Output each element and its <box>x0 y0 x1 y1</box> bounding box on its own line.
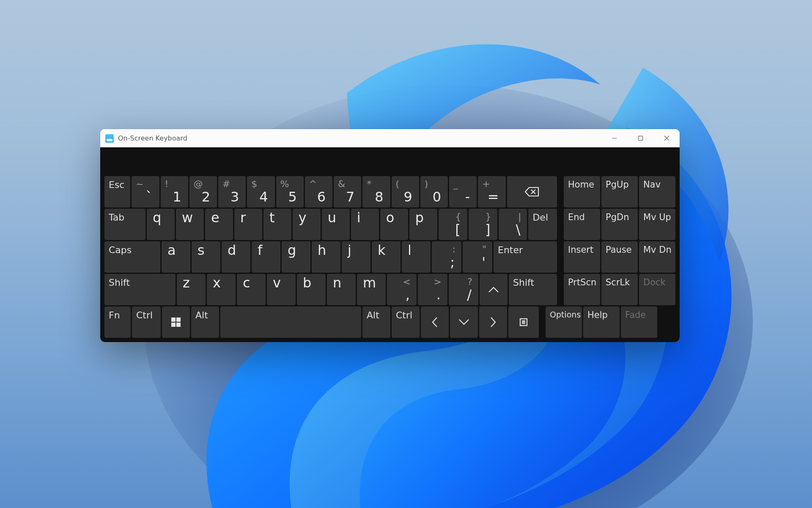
key-0[interactable]: )0 <box>420 176 448 207</box>
key-right-bracket[interactable]: }] <box>469 209 497 240</box>
key-mvup[interactable]: Mv Up <box>639 209 675 240</box>
key-insert[interactable]: Insert <box>564 241 600 273</box>
key-a[interactable]: a <box>162 241 190 273</box>
key-p[interactable]: p <box>409 209 437 240</box>
key-backslash[interactable]: |\ <box>499 209 527 240</box>
key-arrow-left[interactable] <box>421 306 449 338</box>
key-row-1: Esc ~` !1 @2 #3 $4 %5 ^6 &7 *8 (9 )0 _- … <box>104 176 675 207</box>
key-del[interactable]: Del <box>528 209 557 240</box>
key-arrow-up[interactable] <box>480 274 508 305</box>
key-semicolon[interactable]: :; <box>432 241 461 273</box>
key-5[interactable]: %5 <box>276 176 304 207</box>
key-3[interactable]: #3 <box>218 176 246 207</box>
key-f[interactable]: f <box>252 241 280 273</box>
key-n[interactable]: n <box>327 274 356 305</box>
key-6[interactable]: ^6 <box>305 176 332 207</box>
key-grave[interactable]: ~` <box>132 176 159 207</box>
svg-rect-2 <box>638 136 642 141</box>
key-home[interactable]: Home <box>564 176 600 207</box>
key-nav[interactable]: Nav <box>639 176 675 207</box>
key-help[interactable]: Help <box>583 306 620 338</box>
window-title: On-Screen Keyboard <box>118 134 601 142</box>
key-caps[interactable]: Caps <box>104 241 160 273</box>
key-fade[interactable]: Fade <box>621 306 657 338</box>
key-z[interactable]: z <box>177 274 206 305</box>
svg-rect-8 <box>176 318 181 322</box>
key-m[interactable]: m <box>357 274 386 305</box>
key-7[interactable]: &7 <box>334 176 361 207</box>
key-left-shift[interactable]: Shift <box>104 274 176 305</box>
key-equals[interactable]: += <box>478 176 505 207</box>
key-i[interactable]: i <box>351 209 379 240</box>
key-row-3: Caps a s d f g h j k l :; "' Enter Inser… <box>104 241 675 273</box>
key-2[interactable]: @2 <box>189 176 217 207</box>
minimize-button[interactable] <box>601 129 627 147</box>
key-c[interactable]: c <box>237 274 266 305</box>
key-v[interactable]: v <box>267 274 296 305</box>
key-backspace[interactable] <box>507 176 557 207</box>
key-minus[interactable]: _- <box>449 176 477 207</box>
key-dock[interactable]: Dock <box>639 274 675 305</box>
key-u[interactable]: u <box>322 209 350 240</box>
key-comma[interactable]: <, <box>387 274 417 305</box>
key-9[interactable]: (9 <box>392 176 419 207</box>
key-8[interactable]: *8 <box>362 176 390 207</box>
svg-rect-9 <box>171 323 176 327</box>
key-pgdn[interactable]: PgDn <box>601 209 638 240</box>
key-arrow-right[interactable] <box>479 306 507 338</box>
key-scrlk[interactable]: ScrLk <box>601 274 638 305</box>
key-left-bracket[interactable]: {[ <box>439 209 467 240</box>
key-row-2: Tab q w e r t y u i o p {[ }] |\ Del <box>104 209 675 240</box>
key-left-ctrl[interactable]: Ctrl <box>132 306 161 338</box>
key-prtscn[interactable]: PrtScn <box>564 274 600 305</box>
key-b[interactable]: b <box>297 274 326 305</box>
key-slash[interactable]: ?/ <box>449 274 478 305</box>
svg-rect-10 <box>176 323 181 327</box>
key-left-alt[interactable]: Alt <box>191 306 219 338</box>
key-end[interactable]: End <box>564 209 600 240</box>
maximize-button[interactable] <box>627 129 653 147</box>
key-right-alt[interactable]: Alt <box>362 306 390 338</box>
key-fn[interactable]: Fn <box>104 306 131 338</box>
chevron-right-icon <box>489 316 497 329</box>
key-q[interactable]: q <box>147 209 175 240</box>
key-right-shift[interactable]: Shift <box>509 274 557 305</box>
chevron-up-icon <box>487 285 500 294</box>
key-e[interactable]: e <box>205 209 233 240</box>
suggestion-bar <box>104 151 675 176</box>
key-s[interactable]: s <box>192 241 220 273</box>
key-apostrophe[interactable]: "' <box>463 241 492 273</box>
key-pgup[interactable]: PgUp <box>601 176 638 207</box>
key-d[interactable]: d <box>222 241 250 273</box>
key-j[interactable]: j <box>342 241 370 273</box>
desktop-wallpaper: On-Screen Keyboard Esc ~` !1 @2 #3 <box>0 0 812 508</box>
key-r[interactable]: r <box>234 209 262 240</box>
key-period[interactable]: >. <box>418 274 447 305</box>
key-g[interactable]: g <box>282 241 310 273</box>
key-windows[interactable] <box>162 306 190 338</box>
key-esc[interactable]: Esc <box>104 176 130 207</box>
key-x[interactable]: x <box>207 274 236 305</box>
key-mvdn[interactable]: Mv Dn <box>639 241 675 273</box>
key-y[interactable]: y <box>293 209 321 240</box>
backspace-icon <box>524 186 540 197</box>
key-enter[interactable]: Enter <box>494 241 557 273</box>
key-o[interactable]: o <box>380 209 408 240</box>
key-pause[interactable]: Pause <box>601 241 638 273</box>
key-t[interactable]: t <box>263 209 291 240</box>
key-menu[interactable] <box>508 306 539 338</box>
close-button[interactable] <box>653 129 680 147</box>
key-arrow-down[interactable] <box>450 306 478 338</box>
key-options[interactable]: Options <box>546 306 582 338</box>
titlebar[interactable]: On-Screen Keyboard <box>100 129 680 147</box>
key-1[interactable]: !1 <box>161 176 188 207</box>
key-space[interactable] <box>220 306 361 338</box>
key-k[interactable]: k <box>372 241 401 273</box>
app-osk-icon <box>105 134 114 143</box>
key-h[interactable]: h <box>312 241 340 273</box>
key-4[interactable]: $4 <box>247 176 274 207</box>
key-w[interactable]: w <box>176 209 204 240</box>
key-tab[interactable]: Tab <box>104 209 145 240</box>
key-right-ctrl[interactable]: Ctrl <box>392 306 420 338</box>
key-l[interactable]: l <box>402 241 431 273</box>
